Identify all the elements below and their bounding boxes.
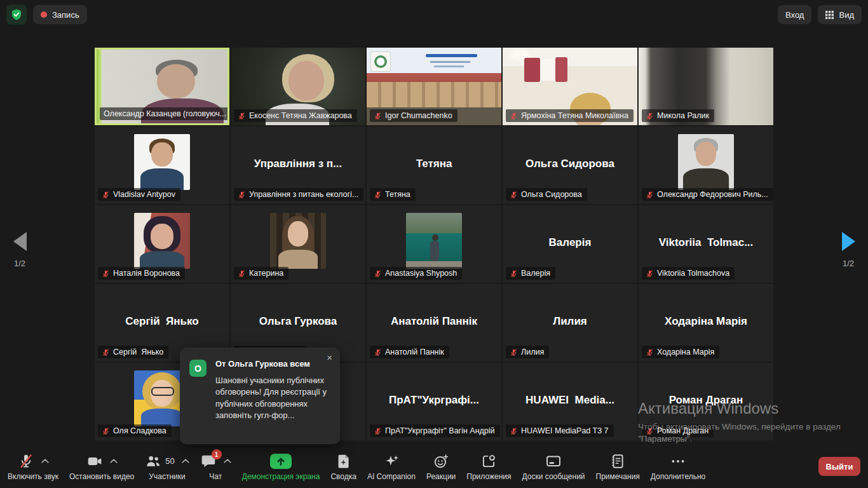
- share-screen-icon: [269, 453, 292, 470]
- participant-tile[interactable]: Роман Драган Роман Драган: [639, 363, 773, 440]
- participant-tile[interactable]: Катерина: [231, 205, 365, 283]
- share-screen-button[interactable]: Демонстрация экрана: [242, 452, 320, 481]
- participant-display-name: Viktoriia Tolmac...: [639, 236, 773, 249]
- participant-name-tag: Igor Chumachenko: [370, 109, 458, 122]
- more-button[interactable]: Дополнительно: [651, 452, 705, 481]
- participant-display-name: Управління з п...: [231, 158, 365, 170]
- mic-muted-icon: [510, 191, 518, 199]
- mic-muted-icon: [102, 427, 110, 435]
- mic-muted-icon: [510, 269, 518, 278]
- mic-muted-icon: [238, 191, 246, 199]
- mic-muted-icon: [646, 112, 654, 120]
- participant-tile[interactable]: HUAWEI Media... HUAWEI MediaPad T3 7: [503, 363, 637, 440]
- participant-name-tag: Роман Драган: [642, 424, 714, 437]
- participant-name-tag: Катерина: [234, 267, 288, 280]
- participant-tile[interactable]: Лилия Лилия: [503, 284, 637, 362]
- participant-name-tag: Ярмохіна Тетяна Миколаївна: [506, 109, 634, 122]
- participant-tile[interactable]: Vladislav Antypov: [95, 126, 229, 204]
- participant-name-tag: Анатолій Паннік: [370, 346, 449, 358]
- stop-video-button[interactable]: Остановить видео: [69, 452, 134, 481]
- participant-tile[interactable]: Anastasiya Shyposh: [367, 205, 501, 283]
- notes-button[interactable]: Примечания: [596, 452, 640, 481]
- chat-button[interactable]: 1 Чат: [200, 452, 231, 481]
- mic-muted-icon: [374, 427, 382, 435]
- chevron-up-icon[interactable]: [224, 459, 231, 463]
- leave-meeting-button[interactable]: Выйти: [818, 457, 860, 476]
- whiteboard-icon: [545, 453, 562, 470]
- apps-button[interactable]: Приложения: [466, 452, 511, 481]
- mic-muted-icon: [238, 112, 246, 120]
- mic-muted-icon: [646, 269, 654, 278]
- participant-tile[interactable]: Валерія Валерія: [503, 205, 637, 283]
- next-page-arrow-icon[interactable]: [842, 232, 855, 251]
- top-bar: Запись Вход Вид: [6, 4, 862, 25]
- participant-tile[interactable]: Ярмохіна Тетяна Миколаївна: [503, 48, 637, 125]
- ai-companion-button[interactable]: AI Companion: [367, 452, 416, 481]
- participant-tile[interactable]: Igor Chumachenko: [367, 48, 501, 125]
- login-button[interactable]: Вход: [778, 5, 811, 24]
- participant-tile[interactable]: Микола Ралик: [639, 48, 773, 125]
- participant-display-name: Ходаріна Марія: [639, 315, 773, 328]
- participant-avatar: [134, 213, 190, 269]
- reactions-button[interactable]: Реакции: [426, 452, 456, 481]
- participant-tile[interactable]: Анатолій Паннік Анатолій Паннік: [367, 284, 501, 362]
- participant-display-name: Ольга Сидорова: [503, 158, 637, 170]
- participant-name-tag: HUAWEI MediaPad T3 7: [506, 424, 614, 437]
- participant-tile[interactable]: Екосенс Тетяна Жавжарова: [231, 48, 365, 125]
- mic-muted-icon: [238, 269, 246, 278]
- participant-tile[interactable]: Олександр Федорович Риль...: [639, 126, 773, 204]
- notes-icon: [609, 453, 626, 470]
- previous-page-nav: 1/2: [5, 232, 34, 268]
- participant-name-tag: Оля Сладкова: [98, 424, 172, 437]
- mic-muted-icon: [102, 348, 110, 356]
- participant-name-tag: Наталія Воронова: [98, 267, 185, 280]
- participant-tile[interactable]: Ходаріна Марія Ходаріна Марія: [639, 284, 773, 362]
- chat-popup-message: Шановні учасники публічних обговорень! Д…: [215, 375, 330, 422]
- participant-tile[interactable]: ПрАТ"Укрграфі... ПрАТ"Укрграфіт" Вагін А…: [367, 363, 501, 440]
- camera-icon: [86, 453, 103, 470]
- chevron-up-icon[interactable]: [182, 459, 189, 463]
- grid-view-icon: [825, 11, 834, 19]
- participant-display-name: Ольга Гуркова: [231, 315, 365, 328]
- participant-name-tag: Лилия: [506, 346, 549, 358]
- ai-sparkle-icon: [383, 453, 400, 470]
- page-indicator: 1/2: [834, 259, 863, 268]
- previous-page-arrow-icon[interactable]: [13, 232, 27, 251]
- chat-popup-title: От Ольга Гуркова всем: [215, 359, 329, 369]
- whiteboards-button[interactable]: Доски сообщений: [522, 452, 585, 481]
- participant-tile[interactable]: Тетяна Тетяна: [367, 126, 501, 204]
- summary-button[interactable]: Сводка: [330, 452, 356, 481]
- participant-avatar: [678, 134, 734, 190]
- unmute-button[interactable]: Включить звук: [8, 452, 58, 481]
- participant-name-tag: Anastasiya Shyposh: [370, 267, 462, 280]
- participant-tile[interactable]: Управління з п... Управління з питань ек…: [231, 126, 365, 204]
- view-button[interactable]: Вид: [818, 5, 862, 24]
- participants-button[interactable]: 50 Участники: [145, 452, 189, 481]
- participant-name-tag: Ходаріна Марія: [642, 346, 719, 358]
- mic-muted-icon: [374, 112, 382, 120]
- participant-tile[interactable]: Наталія Воронова: [95, 205, 229, 283]
- apps-icon: [480, 453, 497, 470]
- shield-check-icon: [10, 8, 23, 21]
- participant-name-tag: Олександр Федорович Риль...: [642, 188, 773, 201]
- participant-tile[interactable]: Ольга Сидорова Ольга Сидорова: [503, 126, 637, 204]
- recording-indicator[interactable]: Запись: [33, 5, 87, 24]
- participant-tile[interactable]: Viktoriia Tolmac... Viktoriia Tolmachova: [639, 205, 773, 283]
- next-page-nav: 1/2: [834, 232, 863, 268]
- participant-name-tag: Екосенс Тетяна Жавжарова: [234, 109, 357, 122]
- participant-display-name: Анатолій Паннік: [367, 315, 501, 328]
- participant-display-name: Тетяна: [367, 158, 501, 170]
- participant-name-tag: Микола Ралик: [642, 109, 714, 122]
- participant-display-name: Лилия: [503, 315, 637, 328]
- chat-preview-popup[interactable]: × O От Ольга Гуркова всем Шановні учасни…: [180, 348, 340, 444]
- smiley-plus-icon: [433, 453, 449, 470]
- chevron-up-icon[interactable]: [41, 459, 49, 463]
- close-icon[interactable]: ×: [327, 353, 332, 362]
- participant-tile[interactable]: Олександр Казанцев (головуюч...: [95, 48, 229, 125]
- mic-muted-icon: [102, 191, 110, 199]
- mic-muted-icon: [18, 453, 34, 470]
- security-shield-button[interactable]: [6, 4, 27, 25]
- participant-display-name: Валерія: [503, 236, 637, 249]
- recording-label: Запись: [52, 10, 79, 20]
- chevron-up-icon[interactable]: [110, 459, 118, 463]
